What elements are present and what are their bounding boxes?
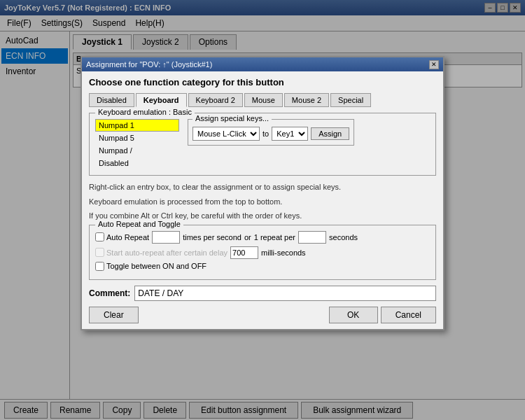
tab-special[interactable]: Special	[330, 93, 371, 107]
auto-repeat-checkbox[interactable]	[95, 232, 104, 241]
start-delay-checkbox-label: Start auto-repeat after certain delay	[95, 248, 227, 257]
repeat-per-input[interactable]	[298, 231, 326, 244]
right-buttons: OK Cancel	[329, 307, 436, 323]
keyboard-section-label: Keyboard emulation : Basic	[95, 108, 195, 116]
cancel-button[interactable]: Cancel	[381, 307, 436, 323]
assign-button[interactable]: Assign	[311, 127, 349, 140]
milli-seconds-label: milli-seconds	[261, 248, 306, 257]
dialog-title: Assignment for "POV: ↑" (Joystick#1)	[86, 60, 212, 69]
key-item-numpad-slash[interactable]: Numpad /	[95, 144, 179, 157]
function-tabs: Disabled Keyboard Keyboard 2 Mouse Mouse…	[89, 93, 436, 107]
tab-disabled[interactable]: Disabled	[89, 93, 134, 107]
ok-button[interactable]: OK	[329, 307, 378, 323]
assignment-dialog: Assignment for "POV: ↑" (Joystick#1) ✕ C…	[80, 56, 444, 330]
auto-repeat-label: Auto Repeat and Toggle	[95, 220, 183, 228]
start-delay-checkbox	[95, 248, 104, 257]
toggle-checkbox-label[interactable]: Toggle between ON and OFF	[95, 262, 206, 271]
dialog-title-bar: Assignment for "POV: ↑" (Joystick#1) ✕	[82, 57, 443, 71]
tab-keyboard[interactable]: Keyboard	[136, 93, 187, 107]
info-text-1: Right-click an entry box, to clear the a…	[89, 181, 436, 193]
assign-special-box: Assign special keys... Mouse L-Click to …	[188, 119, 354, 146]
repeat-per-label: 1 repeat per	[254, 233, 295, 241]
tab-mouse[interactable]: Mouse	[244, 93, 283, 107]
comment-label: Comment:	[89, 288, 130, 298]
times-per-second-input[interactable]	[152, 231, 180, 244]
dialog-close-button[interactable]: ✕	[429, 60, 439, 69]
clear-button[interactable]: Clear	[89, 307, 139, 323]
assign-row: Mouse L-Click to Key1 Assign	[192, 127, 349, 141]
or-label: or	[244, 233, 251, 241]
seconds-label: seconds	[329, 233, 358, 241]
delay-value-input[interactable]	[230, 246, 258, 259]
tab-mouse2[interactable]: Mouse 2	[284, 93, 329, 107]
keyboard-section: Keyboard emulation : Basic Numpad 1 Nump…	[89, 113, 436, 176]
left-buttons: Clear	[89, 307, 139, 323]
assign-to-select[interactable]: Key1	[272, 127, 308, 141]
toggle-checkbox[interactable]	[95, 262, 104, 271]
auto-repeat-section: Auto Repeat and Toggle Auto Repeat times…	[89, 225, 436, 280]
tab-keyboard2[interactable]: Keyboard 2	[188, 93, 243, 107]
key-list: Numpad 1 Numpad 5 Numpad / Disabled	[95, 119, 179, 169]
dialog-heading: Choose one function category for this bu…	[89, 77, 436, 88]
comment-row: Comment:	[89, 286, 436, 301]
auto-repeat-row: Auto Repeat times per second or 1 repeat…	[95, 231, 430, 244]
assign-from-select[interactable]: Mouse L-Click	[192, 127, 260, 141]
dialog-buttons: Clear OK Cancel	[89, 307, 436, 323]
key-item-numpad1[interactable]: Numpad 1	[95, 119, 179, 132]
start-delay-row: Start auto-repeat after certain delay mi…	[95, 246, 430, 259]
times-label: times per second	[183, 233, 241, 241]
comment-input[interactable]	[134, 286, 436, 301]
auto-repeat-checkbox-label[interactable]: Auto Repeat	[95, 232, 149, 241]
toggle-row: Toggle between ON and OFF	[95, 262, 430, 271]
dialog-body: Choose one function category for this bu…	[82, 71, 443, 329]
assign-to-label: to	[262, 130, 269, 138]
info-texts: Right-click an entry box, to clear the a…	[89, 181, 436, 222]
assign-special-label: Assign special keys...	[192, 114, 272, 122]
info-text-2: Keyboard emulation is processed from the…	[89, 196, 436, 208]
key-item-numpad5[interactable]: Numpad 5	[95, 132, 179, 144]
key-item-disabled[interactable]: Disabled	[95, 157, 179, 169]
dialog-overlay: Assignment for "POV: ↑" (Joystick#1) ✕ C…	[0, 0, 525, 420]
